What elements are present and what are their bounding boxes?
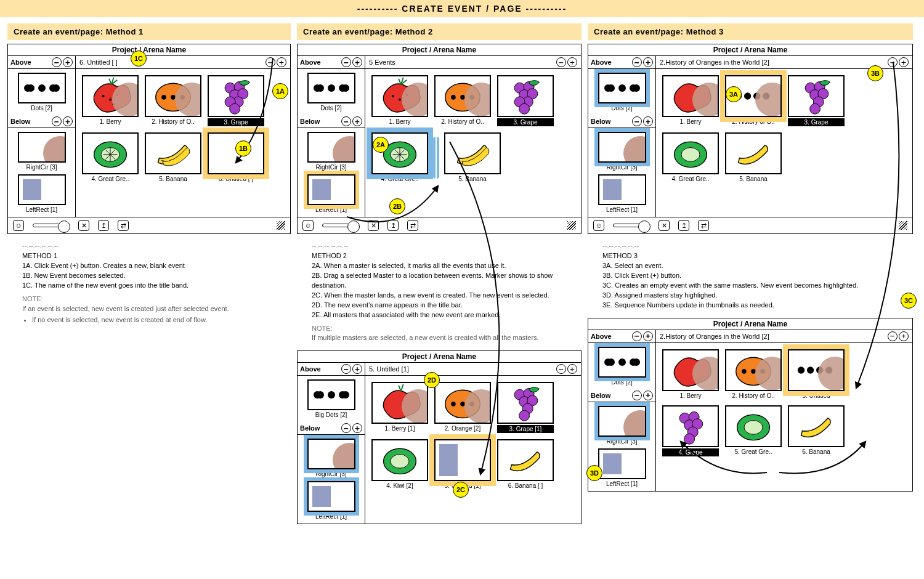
below-plus-button[interactable]: + [352, 116, 362, 126]
svg-point-52 [391, 455, 409, 469]
resize-handle-icon[interactable] [567, 221, 576, 230]
user-icon[interactable]: ☺ [13, 220, 24, 231]
event-grape[interactable]: 3. Grape [497, 75, 554, 126]
master-rightcir[interactable]: RightCir [3] [12, 132, 71, 171]
above-plus-button[interactable]: + [352, 364, 362, 374]
master-rightcir-marked[interactable]: RightCir [3] [592, 132, 652, 171]
master-dots[interactable]: Dots [2] [301, 73, 361, 111]
callout-2c: 2C [453, 482, 469, 498]
callout-3d: 3D [586, 465, 602, 481]
svg-point-68 [760, 369, 765, 374]
above-label: Above [10, 59, 31, 66]
method-1-header: Create an event/page: Method 1 [7, 23, 291, 40]
master-dots-marked[interactable]: Dots [2] [592, 73, 652, 111]
event-plus-button[interactable]: + [567, 364, 577, 374]
above-minus-button[interactable]: − [632, 331, 642, 341]
svg-point-21 [392, 95, 394, 97]
below-minus-button[interactable]: − [341, 116, 351, 126]
above-plus-button[interactable]: + [63, 57, 73, 67]
event-berry[interactable]: 1. Berry [1] [371, 382, 428, 433]
zoom-slider[interactable] [613, 224, 650, 227]
center-icon[interactable]: ✕ [659, 220, 670, 231]
svg-point-71 [816, 366, 823, 373]
master-leftrect[interactable]: LeftRect [1] [592, 174, 652, 213]
callout-2d: 2D [424, 372, 440, 388]
above-minus-button[interactable]: − [341, 364, 351, 374]
master-bigdots[interactable]: Big Dots [2] [301, 379, 361, 418]
above-plus-button[interactable]: + [643, 57, 653, 67]
above-plus-button[interactable]: + [643, 331, 653, 341]
frame-method-1: Project / Arena Name Above − + Dots [2] [7, 44, 291, 234]
below-plus-button[interactable]: + [643, 116, 653, 126]
svg-point-70 [807, 366, 814, 373]
event-history[interactable]: 2. History of O.. [434, 75, 491, 126]
svg-point-55 [753, 92, 760, 99]
event-kiwi[interactable]: 4. Kiwi [2] [371, 439, 428, 489]
master-leftrect[interactable]: LeftRect [1] [12, 174, 71, 213]
event-untitled-new[interactable]: 3. Untitled [788, 349, 845, 399]
method-3-header: Create an event/page: Method 3 [588, 23, 913, 40]
above-plus-button[interactable]: + [352, 57, 362, 67]
event-history[interactable]: 2. History of O.. [725, 349, 782, 399]
callout-2b: 2B [389, 198, 405, 214]
connect-icon[interactable]: ⇄ [698, 220, 709, 231]
below-plus-button[interactable]: + [352, 423, 362, 433]
event-minus-button[interactable]: − [556, 57, 566, 67]
event-grape[interactable]: 3. Grape [788, 75, 845, 126]
event-greatgre[interactable]: 4. Great Gre.. [662, 132, 719, 182]
callout-1b: 1B [235, 140, 251, 156]
callout-1a: 1A [272, 83, 288, 99]
page-title-banner: ---------- CREATE EVENT / PAGE ---------… [0, 0, 924, 17]
master-rightcir-marked[interactable]: RightCir [3] [592, 406, 652, 445]
master-leftrect[interactable]: LeftRect [1] [592, 448, 652, 487]
svg-point-25 [451, 95, 456, 100]
above-minus-button[interactable]: − [341, 57, 351, 67]
zoom-slider[interactable] [33, 224, 70, 227]
event-plus-button[interactable]: + [567, 57, 577, 67]
above-minus-button[interactable]: − [632, 57, 642, 67]
export-icon[interactable]: ↥ [98, 220, 109, 231]
event-berry[interactable]: 1. Berry [662, 349, 719, 399]
below-plus-button[interactable]: + [63, 116, 73, 126]
event-banana[interactable]: 5. Banana [725, 132, 782, 182]
event-minus-button[interactable]: − [556, 364, 566, 374]
master-dots-marked[interactable]: Dots [2] [592, 347, 652, 386]
event-berry[interactable]: 1. Berry [662, 75, 719, 126]
svg-point-72 [825, 366, 832, 373]
method-1-notes: --.--.--.--.--.-- METHOD 1 1A. Click Eve… [7, 238, 291, 330]
strip-title: 2.History of Oranges in the World [2] [660, 59, 769, 66]
event-berry[interactable]: 1. Berry [371, 75, 428, 126]
master-dots[interactable]: Dots [2] [12, 73, 71, 111]
master-leftrect-marked[interactable]: LeftRect [1] [301, 481, 361, 520]
resize-handle-icon[interactable] [277, 221, 285, 230]
below-plus-button[interactable]: + [643, 391, 653, 400]
below-minus-button[interactable]: − [52, 116, 62, 126]
callout-3a: 3A [726, 86, 742, 102]
below-minus-button[interactable]: − [341, 423, 351, 433]
method-2-header: Create an event/page: Method 2 [297, 23, 582, 40]
below-minus-button[interactable]: − [632, 391, 642, 400]
center-icon[interactable]: ✕ [78, 220, 89, 231]
frame-toolbar: ☺ ✕ ↥ ⇄ [8, 217, 290, 233]
connect-icon[interactable]: ⇄ [118, 220, 129, 231]
svg-point-27 [469, 95, 474, 100]
callout-3b: 3B [867, 65, 883, 81]
below-minus-button[interactable]: − [632, 116, 642, 126]
master-rightcir[interactable]: RightCir [3] [301, 132, 361, 171]
strip-title: 5 Events [369, 59, 395, 66]
callout-2a: 2A [373, 137, 389, 153]
above-minus-button[interactable]: − [52, 57, 62, 67]
user-icon[interactable]: ☺ [302, 220, 314, 231]
user-icon[interactable]: ☺ [593, 220, 604, 231]
svg-point-62 [810, 103, 821, 114]
below-label: Below [10, 118, 30, 125]
strip-title: 2.History of Oranges in the World [2] [660, 333, 769, 340]
svg-point-34 [519, 103, 530, 114]
export-icon[interactable]: ↥ [678, 220, 689, 231]
master-rightcir-marked[interactable]: RightCir [3] [301, 439, 361, 477]
strip-title: 5. Untitled [1] [369, 365, 409, 373]
svg-point-66 [742, 369, 747, 374]
svg-point-22 [399, 99, 401, 101]
svg-point-64 [681, 148, 700, 162]
svg-point-56 [763, 92, 769, 99]
